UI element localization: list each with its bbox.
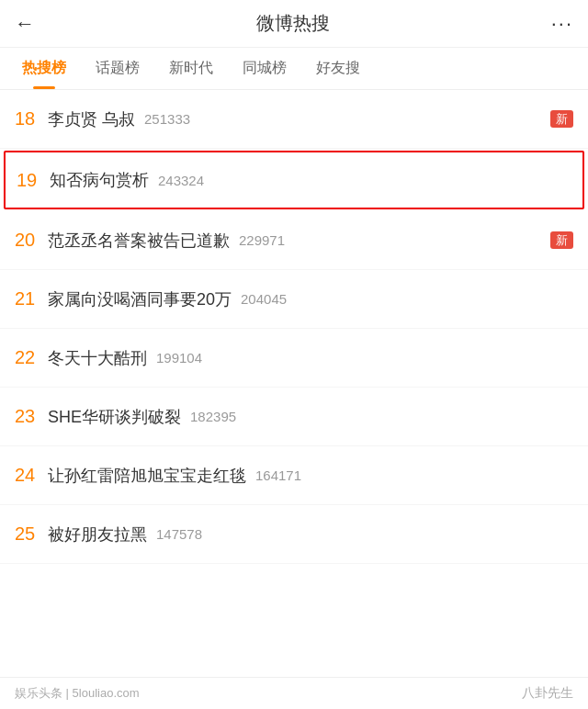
tab-bar: 热搜榜 话题榜 新时代 同城榜 好友搜 [0,48,588,90]
item-count: 182395 [190,409,236,424]
tab-local[interactable]: 同城榜 [228,48,301,89]
list-item[interactable]: 25被好朋友拉黑147578 [0,505,588,564]
item-title: 范丞丞名誉案被告已道歉 [48,230,230,252]
item-title: 知否病句赏析 [50,169,149,191]
item-title: 家属向没喝酒同事要20万 [48,288,232,310]
item-count: 204045 [241,291,287,307]
list-item[interactable]: 21家属向没喝酒同事要20万204045 [0,270,588,329]
item-rank: 24 [15,465,48,486]
item-count: 147578 [156,526,202,542]
item-badge: 新 [550,231,573,249]
item-content: 冬天十大酷刑199104 [48,347,573,369]
list-item[interactable]: 19知否病句赏析243324 [4,151,584,209]
tab-friends[interactable]: 好友搜 [301,48,375,89]
list-item[interactable]: 20范丞丞名誉案被告已道歉229971新 [0,211,588,270]
page-title: 微博热搜 [256,11,330,36]
list-item[interactable]: 18李贞贤 乌叔251333新 [0,90,588,149]
item-count: 229971 [239,232,285,248]
app-header: ← 微博热搜 ··· [0,0,588,48]
item-title: 让孙红雷陪旭旭宝宝走红毯 [48,465,246,487]
item-rank: 23 [15,406,48,427]
item-count: 164171 [255,467,301,483]
item-rank: 20 [15,230,48,251]
tab-topic[interactable]: 话题榜 [81,48,154,89]
item-title: 李贞贤 乌叔 [48,108,135,130]
item-title: 被好朋友拉黑 [48,523,147,546]
item-rank: 21 [15,288,48,309]
item-title: 冬天十大酷刑 [48,347,147,369]
item-title: SHE华研谈判破裂 [48,406,181,428]
item-count: 199104 [156,350,202,366]
hot-search-list: 18李贞贤 乌叔251333新19知否病句赏析24332420范丞丞名誉案被告已… [0,90,588,564]
item-rank: 18 [15,108,48,129]
item-badge: 新 [550,110,573,128]
item-count: 251333 [144,111,190,127]
item-content: 知否病句赏析243324 [50,169,571,191]
item-rank: 19 [17,170,50,191]
more-button[interactable]: ··· [551,12,573,36]
tab-hot-search[interactable]: 热搜榜 [7,48,81,89]
item-content: 让孙红雷陪旭旭宝宝走红毯164171 [48,465,573,487]
item-count: 243324 [158,173,204,188]
item-content: 家属向没喝酒同事要20万204045 [48,288,573,310]
tab-new-era[interactable]: 新时代 [154,48,228,89]
item-rank: 22 [15,347,48,368]
item-content: 被好朋友拉黑147578 [48,523,573,546]
list-item[interactable]: 22冬天十大酷刑199104 [0,329,588,388]
list-item[interactable]: 23SHE华研谈判破裂182395 [0,388,588,446]
footer-brand: 八卦先生 [522,685,573,702]
item-content: SHE华研谈判破裂182395 [48,406,573,428]
item-rank: 25 [15,523,48,545]
back-button[interactable]: ← [15,12,35,36]
item-content: 范丞丞名誉案被告已道歉229971 [48,230,550,252]
list-item[interactable]: 24让孙红雷陪旭旭宝宝走红毯164171 [0,446,588,505]
item-content: 李贞贤 乌叔251333 [48,108,550,130]
footer: 娱乐头条 | 5louliao.com 八卦先生 [0,677,588,709]
footer-source: 娱乐头条 | 5louliao.com [15,685,140,702]
